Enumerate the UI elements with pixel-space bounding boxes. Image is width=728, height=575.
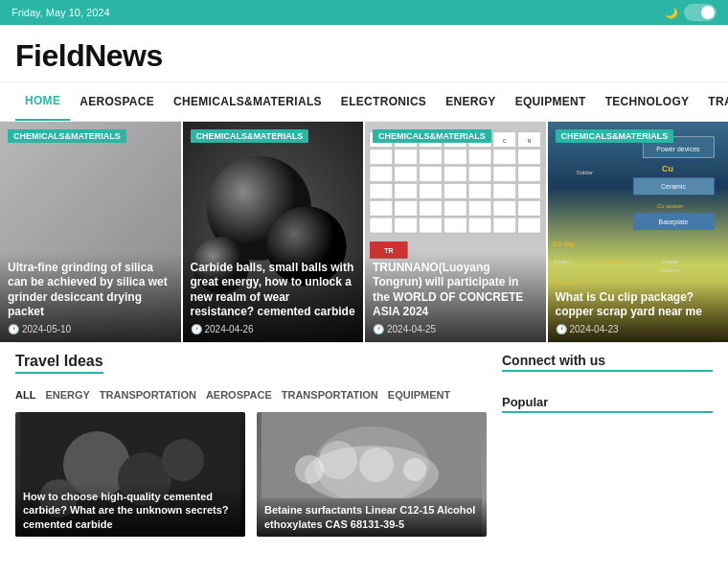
- card-category-3: CHEMICALS&MATERIALS: [373, 129, 491, 143]
- nav-chemicals[interactable]: CHEMICALS&MATERIALS: [164, 83, 331, 120]
- svg-rect-41: [420, 218, 443, 233]
- svg-rect-45: [518, 218, 541, 233]
- svg-point-82: [403, 458, 426, 481]
- svg-rect-12: [395, 150, 418, 165]
- main-nav: HOME AEROSPACE CHEMICALS&MATERIALS ELECT…: [0, 82, 728, 122]
- site-title[interactable]: FieldNews: [15, 38, 713, 74]
- travel-header: Travel Ideas ALL ENERGY TRANSPORTATION A…: [15, 353, 487, 401]
- featured-card-2[interactable]: CHEMICALS&MATERIALS Carbide balls, small…: [183, 122, 366, 342]
- svg-rect-11: [370, 150, 393, 165]
- svg-rect-31: [518, 183, 541, 198]
- svg-text:N: N: [528, 139, 532, 144]
- svg-rect-22: [468, 167, 491, 182]
- svg-rect-34: [420, 200, 443, 216]
- svg-rect-38: [518, 200, 541, 216]
- card-title-3: TRUNNANO(Luoyang Tongrun) will participa…: [373, 261, 538, 320]
- clock-icon-1: 🕐: [8, 324, 19, 334]
- top-bar-right: 🌙: [665, 4, 717, 21]
- svg-rect-17: [518, 150, 541, 165]
- card-overlay-3: TRUNNANO(Luoyang Tongrun) will participa…: [365, 253, 546, 342]
- card-category-4: CHEMICALS&MATERIALS: [556, 129, 674, 143]
- nav-energy[interactable]: ENERGY: [436, 83, 505, 120]
- svg-rect-44: [493, 218, 516, 233]
- svg-text:Cu spacer: Cu spacer: [604, 259, 630, 264]
- nav-aerospace[interactable]: AEROSPACE: [70, 83, 164, 120]
- card-overlay-1: Ultra-fine grinding of silica can be ach…: [0, 253, 181, 342]
- dark-mode-toggle[interactable]: [684, 4, 717, 21]
- card-date-1: 🕐 2024-05-10: [8, 324, 173, 334]
- svg-rect-20: [420, 167, 443, 182]
- card-title-2: Carbide balls, small balls with great en…: [191, 261, 356, 320]
- svg-text:Cu clip: Cu clip: [552, 241, 574, 248]
- svg-point-74: [162, 439, 204, 481]
- featured-card-3[interactable]: H1He LiBe BC N TR CHEMICALS&MATERIALS TR…: [365, 122, 548, 342]
- filter-tabs: ALL ENERGY TRANSPORTATION AEROSPACE TRAN…: [15, 389, 450, 401]
- svg-rect-16: [493, 150, 516, 165]
- svg-rect-30: [493, 183, 516, 198]
- svg-text:Power: Power: [662, 259, 678, 264]
- filter-tab-all[interactable]: ALL: [15, 389, 35, 401]
- svg-text:Power devices: Power devices: [656, 146, 700, 152]
- nav-home[interactable]: HOME: [15, 82, 70, 121]
- svg-rect-21: [444, 167, 466, 182]
- svg-rect-26: [395, 183, 418, 198]
- svg-text:devices: devices: [660, 267, 679, 273]
- svg-rect-23: [493, 167, 516, 182]
- nav-technology[interactable]: TECHNOLOGY: [596, 83, 699, 120]
- svg-text:Baseplate: Baseplate: [658, 218, 688, 226]
- travel-card-2[interactable]: Betaine surfactants Linear C12-15 Alcoho…: [257, 412, 487, 537]
- card-category-1: CHEMICALS&MATERIALS: [8, 129, 126, 143]
- bottom-layout: Travel Ideas ALL ENERGY TRANSPORTATION A…: [0, 353, 728, 537]
- clock-icon-2: 🕐: [191, 324, 202, 334]
- svg-rect-36: [468, 200, 491, 216]
- svg-point-80: [319, 441, 357, 479]
- featured-card-1[interactable]: CHEMICALS&MATERIALS Ultra-fine grinding …: [0, 122, 183, 342]
- site-header: FieldNews: [0, 25, 728, 82]
- travel-cards: How to choose high-quality cemented carb…: [15, 412, 487, 537]
- svg-rect-15: [468, 150, 491, 165]
- popular-title: Popular: [502, 395, 713, 413]
- travel-card-overlay-1: How to choose high-quality cemented carb…: [15, 484, 245, 537]
- filter-tab-transportation-2[interactable]: TRANSPORTATION: [282, 389, 378, 401]
- card-date-2: 🕐 2024-04-26: [191, 324, 356, 334]
- card-date-4: 🕐 2024-04-23: [556, 324, 721, 334]
- svg-rect-13: [420, 150, 443, 165]
- travel-main: Travel Ideas ALL ENERGY TRANSPORTATION A…: [15, 353, 487, 537]
- travel-title: Travel Ideas: [15, 353, 103, 374]
- nav-electronics[interactable]: ELECTRONICS: [331, 83, 436, 120]
- connect-title: Connect with us: [502, 353, 713, 372]
- nav-equipment[interactable]: EQUIPMENT: [506, 83, 596, 120]
- nav-transportation[interactable]: TRANSPORTATION: [698, 83, 728, 120]
- filter-tab-energy[interactable]: ENERGY: [45, 389, 89, 401]
- card-title-4: What is Cu clip package? copper scrap ya…: [556, 290, 721, 320]
- svg-rect-42: [444, 218, 466, 233]
- svg-text:Ceramic: Ceramic: [661, 183, 686, 190]
- featured-card-4[interactable]: Power devices Solder Cu Ceramic Cu space…: [548, 122, 729, 342]
- filter-tab-equipment[interactable]: EQUIPMENT: [388, 389, 450, 401]
- top-bar: Friday, May 10, 2024 🌙: [0, 0, 728, 25]
- card-title-1: Ultra-fine grinding of silica can be ach…: [8, 261, 173, 320]
- svg-rect-32: [370, 200, 393, 216]
- toggle-knob: [701, 6, 715, 19]
- filter-tab-aerospace[interactable]: AEROSPACE: [206, 389, 272, 401]
- section-divider: [15, 342, 713, 343]
- card-overlay-4: What is Cu clip package? copper scrap ya…: [548, 283, 729, 342]
- featured-row: CHEMICALS&MATERIALS Ultra-fine grinding …: [0, 122, 728, 342]
- svg-rect-24: [518, 167, 541, 182]
- svg-rect-18: [370, 167, 393, 182]
- svg-text:Cu spacer: Cu spacer: [657, 203, 683, 209]
- clock-icon-4: 🕐: [556, 324, 567, 334]
- svg-rect-14: [444, 150, 466, 165]
- svg-rect-40: [395, 218, 418, 233]
- svg-rect-29: [468, 183, 491, 198]
- svg-text:C: C: [503, 139, 507, 144]
- filter-tab-transportation-1[interactable]: TRANSPORTATION: [100, 389, 196, 401]
- travel-card-1[interactable]: How to choose high-quality cemented carb…: [15, 412, 245, 537]
- svg-rect-25: [370, 183, 393, 198]
- top-bar-date: Friday, May 10, 2024: [11, 7, 110, 18]
- card-category-2: CHEMICALS&MATERIALS: [191, 129, 309, 143]
- svg-text:Solder: Solder: [552, 259, 568, 264]
- svg-point-81: [359, 448, 394, 482]
- svg-rect-33: [395, 200, 418, 216]
- svg-rect-19: [395, 167, 418, 182]
